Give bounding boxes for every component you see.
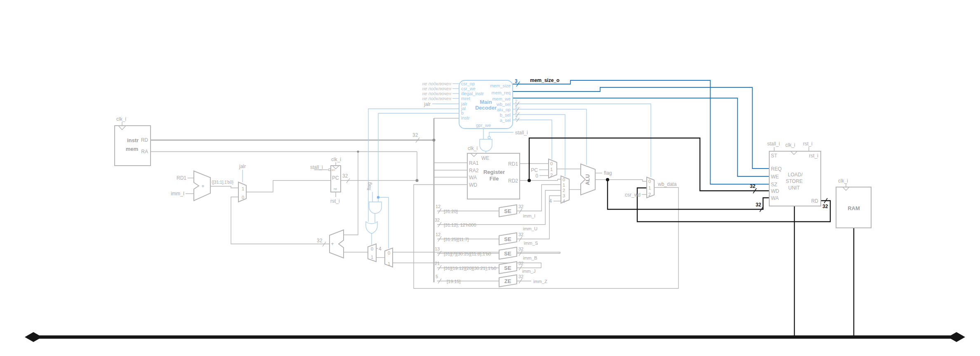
pc-rst-label: rst_i xyxy=(330,198,340,204)
not-connected-label-1: не подключен xyxy=(422,81,451,86)
bottom-bus[interactable] xyxy=(25,332,965,342)
adder2-plus: + xyxy=(331,241,334,247)
invert-bubble-icon xyxy=(488,136,490,139)
pc-offset-mux-0: 0 xyxy=(371,246,373,251)
instr-mem-title-1: instr xyxy=(127,137,139,143)
zero-const-label: 0 xyxy=(535,173,538,179)
branch-and-gate[interactable] xyxy=(369,202,382,213)
imm-row-texts: 12 [31:20] 32 imm_I 32 [31:12], 12'h000 … xyxy=(435,204,547,284)
pc-offset-mux-1: 1 xyxy=(371,255,373,260)
gprwe-stall-label: stall_i xyxy=(515,130,528,136)
se-box-imm-i[interactable]: SE xyxy=(499,205,517,217)
se-box-imm-b[interactable]: SE xyxy=(499,247,517,259)
schematic-canvas: clk_i instr mem RD RA 32 + RD1 imm_I {[3… xyxy=(0,0,980,356)
load-store-unit-block[interactable]: clk_i stall_i rst_i ST rst_i REQ WE SZ W… xyxy=(767,141,821,206)
wb-mux-1: 1 xyxy=(648,185,651,190)
ze-box-imm-z[interactable]: ZE xyxy=(499,275,517,287)
imm-s-width: 12 xyxy=(436,232,441,237)
pc-adder-junction xyxy=(357,150,359,152)
pc-rst-port: rst xyxy=(334,187,337,190)
regfile-ra1-port: RA1 xyxy=(469,160,479,166)
not-connected-label-4: не подключен xyxy=(422,96,451,101)
alu-flag-label: flag xyxy=(604,170,612,176)
csr-wd-net-label: csr_wd xyxy=(625,192,641,198)
imm-b-slice: [31][7][30:25][11:8],1'b0 xyxy=(444,251,491,256)
imm-bj-mux-1: 1 xyxy=(388,261,390,266)
pc-clk-label: clk_i xyxy=(331,157,341,162)
decoder-port-mem-req: mem_req xyxy=(492,90,511,95)
main-decoder-block[interactable]: Main Decoder csr_op csr_we illegal_instr… xyxy=(459,80,513,129)
regfile-ra2-port: RA2 xyxy=(469,168,479,173)
imm-i-slice: [31:20] xyxy=(444,209,458,214)
pc-register[interactable]: clk_i en PC rst xyxy=(328,157,341,192)
lsu-title-3: UNIT xyxy=(788,185,800,191)
rd-bus-width: 32 xyxy=(822,204,828,209)
decoder-port-mret: mret xyxy=(461,96,470,101)
instr-bus-wire xyxy=(151,118,459,282)
branch-control-wires xyxy=(243,109,459,248)
lsu-stall-label: stall_i xyxy=(767,141,780,147)
imm-z-out-width: 32 xyxy=(518,274,523,279)
decoder-port-illegal-instr: illegal_instr xyxy=(461,91,484,96)
lsu-title-1: LOAD/ xyxy=(788,172,803,178)
imm-bj-mux[interactable]: 0 1 xyxy=(385,248,393,267)
register-file-block[interactable]: clk_i WE Register File RA1 RA2 WA WD RD1… xyxy=(467,145,520,199)
adder1-plus: + xyxy=(201,183,204,189)
a-sel-mux[interactable]: 0 1 2 xyxy=(549,159,557,178)
a-mux-2: 2 xyxy=(550,173,553,178)
instr-mem-block[interactable]: clk_i instr mem RD RA xyxy=(115,116,151,166)
wb-sel-mux[interactable]: 0 1 2 xyxy=(647,177,654,198)
cpu-datapath-schematic: clk_i instr mem RD RA 32 + RD1 imm_I {[3… xyxy=(0,0,980,356)
imm-s-out-width: 32 xyxy=(518,232,523,237)
jalr-mux-0: 0 xyxy=(242,195,244,200)
decoder-port-a-sel: a_sel xyxy=(500,118,511,123)
decoder-port-mem-size: mem_size xyxy=(490,83,511,88)
lsu-st-port: ST xyxy=(771,153,777,159)
se-box-imm-j[interactable]: SE xyxy=(499,262,517,274)
lsu-wd-port: WD xyxy=(771,188,779,194)
instr-mem-title-2: mem xyxy=(126,146,138,152)
gprwe-and-gate[interactable] xyxy=(480,136,492,151)
enable-bubble-icon xyxy=(328,169,330,171)
imm-b-width: 13 xyxy=(435,246,440,251)
b-sel-mux[interactable]: 0 1 2 3 4 xyxy=(561,176,569,204)
mem-req-wire xyxy=(513,87,769,169)
lsu-title-2: STORE xyxy=(786,178,803,184)
regfile-title-2: File xyxy=(490,176,499,182)
rd2-junction xyxy=(528,179,531,182)
lsu-rd-port: RD xyxy=(811,198,819,204)
const-4-bmux-label: 4 xyxy=(549,198,552,204)
regfile-input-wires xyxy=(434,163,467,177)
imm-j-out-width: 32 xyxy=(518,261,523,266)
imm-s-name: imm_S xyxy=(524,241,538,246)
flag-net-label: flag xyxy=(366,182,372,190)
ram-block[interactable]: clk_i RAM xyxy=(836,178,871,228)
sign-extend-boxes: SE SE SE SE ZE xyxy=(499,205,517,287)
se-label: SE xyxy=(504,236,511,242)
b-mux-3: 3 xyxy=(563,193,565,198)
jalr-mux-1: 1 xyxy=(242,186,244,191)
not-connected-label-3: не подключен xyxy=(422,91,451,96)
imm-z-name: imm_Z xyxy=(533,279,547,284)
writeback-loop-wire xyxy=(414,185,678,288)
instr-bus-junction xyxy=(433,139,436,142)
jalr-mux[interactable]: 1 0 xyxy=(238,182,246,202)
alu-block[interactable]: ALU xyxy=(581,164,595,195)
jalr-target-adder[interactable]: + xyxy=(194,171,210,201)
b-signal-junction xyxy=(377,196,379,199)
jalr-target-slice-label: {[31:1],1'b0} xyxy=(212,180,234,185)
imm-u-width: 32 xyxy=(435,218,440,222)
ram-clk-label: clk_i xyxy=(838,178,848,184)
decoder-port-csr-op: csr_op xyxy=(461,81,475,86)
decoder-port-mem-we: mem_we xyxy=(492,96,511,101)
pc-adder[interactable]: + xyxy=(330,230,344,258)
decoder-port-b: b xyxy=(461,110,464,115)
alu-label: ALU xyxy=(584,174,591,185)
lsu-rst-port: rst_i xyxy=(809,153,818,159)
se-box-imm-s[interactable]: SE xyxy=(499,233,517,245)
regfile-we-port: WE xyxy=(481,155,489,161)
pc-offset-mux[interactable]: 0 1 xyxy=(368,244,376,262)
imm-z-slice: [19:15] xyxy=(447,279,461,284)
branch-or-gate[interactable] xyxy=(366,222,377,234)
not-connected-label-2: не подключен xyxy=(422,86,451,91)
